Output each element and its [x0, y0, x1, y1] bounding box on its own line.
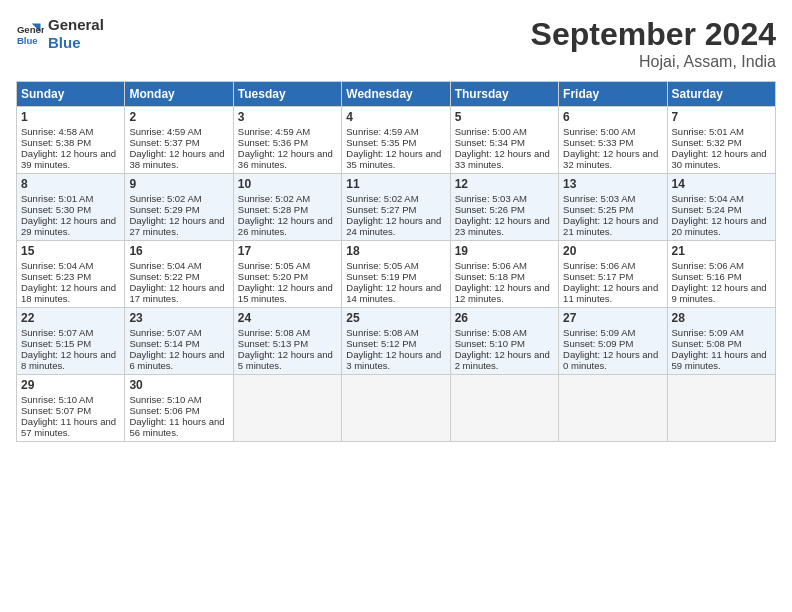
calendar-cell: 9Sunrise: 5:02 AMSunset: 5:29 PMDaylight…: [125, 174, 233, 241]
daylight: Daylight: 12 hours and 26 minutes.: [238, 215, 333, 237]
calendar-cell: 6Sunrise: 5:00 AMSunset: 5:33 PMDaylight…: [559, 107, 667, 174]
calendar-cell: 17Sunrise: 5:05 AMSunset: 5:20 PMDayligh…: [233, 241, 341, 308]
day-number: 28: [672, 311, 771, 325]
calendar-cell: 8Sunrise: 5:01 AMSunset: 5:30 PMDaylight…: [17, 174, 125, 241]
sunset: Sunset: 5:13 PM: [238, 338, 308, 349]
day-number: 29: [21, 378, 120, 392]
calendar-cell: 11Sunrise: 5:02 AMSunset: 5:27 PMDayligh…: [342, 174, 450, 241]
calendar-cell: 30Sunrise: 5:10 AMSunset: 5:06 PMDayligh…: [125, 375, 233, 442]
weekday-header-tuesday: Tuesday: [233, 82, 341, 107]
sunset: Sunset: 5:19 PM: [346, 271, 416, 282]
daylight: Daylight: 11 hours and 56 minutes.: [129, 416, 224, 438]
sunrise: Sunrise: 5:07 AM: [129, 327, 201, 338]
daylight: Daylight: 12 hours and 9 minutes.: [672, 282, 767, 304]
calendar-cell: 12Sunrise: 5:03 AMSunset: 5:26 PMDayligh…: [450, 174, 558, 241]
daylight: Daylight: 12 hours and 27 minutes.: [129, 215, 224, 237]
sunset: Sunset: 5:07 PM: [21, 405, 91, 416]
calendar-cell: [450, 375, 558, 442]
logo-general: General: [48, 16, 104, 34]
calendar-cell: 23Sunrise: 5:07 AMSunset: 5:14 PMDayligh…: [125, 308, 233, 375]
calendar-cell: 7Sunrise: 5:01 AMSunset: 5:32 PMDaylight…: [667, 107, 775, 174]
day-number: 26: [455, 311, 554, 325]
sunset: Sunset: 5:30 PM: [21, 204, 91, 215]
day-number: 20: [563, 244, 662, 258]
day-number: 2: [129, 110, 228, 124]
calendar-week-5: 29Sunrise: 5:10 AMSunset: 5:07 PMDayligh…: [17, 375, 776, 442]
sunrise: Sunrise: 5:00 AM: [563, 126, 635, 137]
calendar-cell: 15Sunrise: 5:04 AMSunset: 5:23 PMDayligh…: [17, 241, 125, 308]
sunset: Sunset: 5:14 PM: [129, 338, 199, 349]
calendar-cell: 18Sunrise: 5:05 AMSunset: 5:19 PMDayligh…: [342, 241, 450, 308]
sunset: Sunset: 5:20 PM: [238, 271, 308, 282]
daylight: Daylight: 12 hours and 38 minutes.: [129, 148, 224, 170]
calendar-cell: 5Sunrise: 5:00 AMSunset: 5:34 PMDaylight…: [450, 107, 558, 174]
daylight: Daylight: 12 hours and 8 minutes.: [21, 349, 116, 371]
sunrise: Sunrise: 5:05 AM: [346, 260, 418, 271]
weekday-header-sunday: Sunday: [17, 82, 125, 107]
sunrise: Sunrise: 4:59 AM: [238, 126, 310, 137]
day-number: 9: [129, 177, 228, 191]
day-number: 10: [238, 177, 337, 191]
day-number: 11: [346, 177, 445, 191]
weekday-header-saturday: Saturday: [667, 82, 775, 107]
daylight: Daylight: 12 hours and 15 minutes.: [238, 282, 333, 304]
day-number: 24: [238, 311, 337, 325]
day-number: 17: [238, 244, 337, 258]
day-number: 13: [563, 177, 662, 191]
day-number: 5: [455, 110, 554, 124]
sunset: Sunset: 5:09 PM: [563, 338, 633, 349]
calendar-week-1: 1Sunrise: 4:58 AMSunset: 5:38 PMDaylight…: [17, 107, 776, 174]
daylight: Daylight: 12 hours and 35 minutes.: [346, 148, 441, 170]
sunrise: Sunrise: 5:10 AM: [21, 394, 93, 405]
calendar-cell: [233, 375, 341, 442]
day-number: 4: [346, 110, 445, 124]
calendar-cell: 10Sunrise: 5:02 AMSunset: 5:28 PMDayligh…: [233, 174, 341, 241]
daylight: Daylight: 12 hours and 30 minutes.: [672, 148, 767, 170]
sunset: Sunset: 5:37 PM: [129, 137, 199, 148]
calendar-cell: 1Sunrise: 4:58 AMSunset: 5:38 PMDaylight…: [17, 107, 125, 174]
daylight: Daylight: 12 hours and 6 minutes.: [129, 349, 224, 371]
header-row: SundayMondayTuesdayWednesdayThursdayFrid…: [17, 82, 776, 107]
daylight: Daylight: 11 hours and 57 minutes.: [21, 416, 116, 438]
daylight: Daylight: 12 hours and 20 minutes.: [672, 215, 767, 237]
calendar-cell: 29Sunrise: 5:10 AMSunset: 5:07 PMDayligh…: [17, 375, 125, 442]
weekday-header-monday: Monday: [125, 82, 233, 107]
svg-text:General: General: [17, 24, 44, 35]
logo-blue: Blue: [48, 34, 104, 52]
calendar-week-2: 8Sunrise: 5:01 AMSunset: 5:30 PMDaylight…: [17, 174, 776, 241]
day-number: 14: [672, 177, 771, 191]
sunset: Sunset: 5:16 PM: [672, 271, 742, 282]
daylight: Daylight: 12 hours and 29 minutes.: [21, 215, 116, 237]
sunset: Sunset: 5:23 PM: [21, 271, 91, 282]
day-number: 21: [672, 244, 771, 258]
month-title: September 2024: [531, 16, 776, 53]
daylight: Daylight: 12 hours and 33 minutes.: [455, 148, 550, 170]
daylight: Daylight: 12 hours and 39 minutes.: [21, 148, 116, 170]
daylight: Daylight: 12 hours and 2 minutes.: [455, 349, 550, 371]
sunrise: Sunrise: 5:08 AM: [346, 327, 418, 338]
sunrise: Sunrise: 5:09 AM: [563, 327, 635, 338]
calendar-cell: 21Sunrise: 5:06 AMSunset: 5:16 PMDayligh…: [667, 241, 775, 308]
location: Hojai, Assam, India: [531, 53, 776, 71]
calendar-cell: 19Sunrise: 5:06 AMSunset: 5:18 PMDayligh…: [450, 241, 558, 308]
day-number: 19: [455, 244, 554, 258]
sunset: Sunset: 5:08 PM: [672, 338, 742, 349]
calendar-cell: 28Sunrise: 5:09 AMSunset: 5:08 PMDayligh…: [667, 308, 775, 375]
sunrise: Sunrise: 5:02 AM: [238, 193, 310, 204]
daylight: Daylight: 12 hours and 17 minutes.: [129, 282, 224, 304]
sunrise: Sunrise: 5:04 AM: [129, 260, 201, 271]
day-number: 22: [21, 311, 120, 325]
sunset: Sunset: 5:33 PM: [563, 137, 633, 148]
calendar-cell: 25Sunrise: 5:08 AMSunset: 5:12 PMDayligh…: [342, 308, 450, 375]
calendar-cell: [559, 375, 667, 442]
daylight: Daylight: 12 hours and 5 minutes.: [238, 349, 333, 371]
day-number: 27: [563, 311, 662, 325]
sunset: Sunset: 5:38 PM: [21, 137, 91, 148]
sunrise: Sunrise: 5:03 AM: [455, 193, 527, 204]
calendar-week-4: 22Sunrise: 5:07 AMSunset: 5:15 PMDayligh…: [17, 308, 776, 375]
daylight: Daylight: 12 hours and 36 minutes.: [238, 148, 333, 170]
daylight: Daylight: 12 hours and 21 minutes.: [563, 215, 658, 237]
sunrise: Sunrise: 5:07 AM: [21, 327, 93, 338]
logo: General Blue General Blue: [16, 16, 104, 52]
sunset: Sunset: 5:27 PM: [346, 204, 416, 215]
